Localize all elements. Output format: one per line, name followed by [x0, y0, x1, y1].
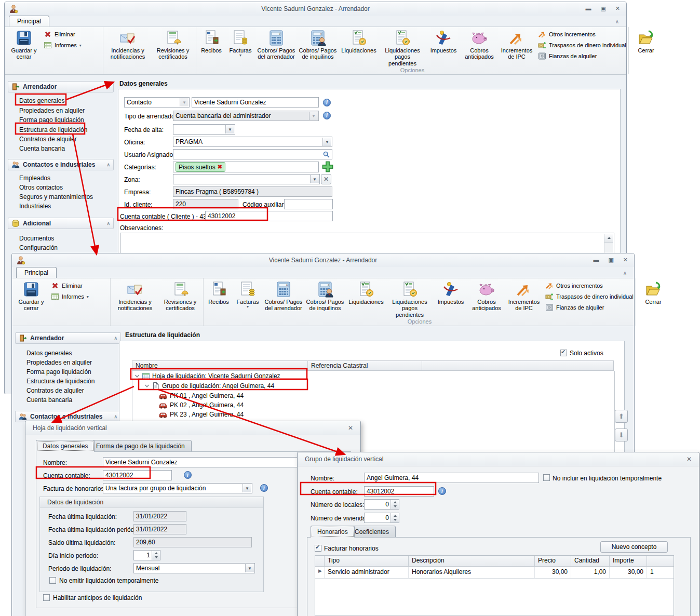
collapse-group-icon[interactable]: ∧: [106, 221, 110, 226]
tab-honorarios[interactable]: Honorarios: [311, 526, 355, 538]
restore-icon[interactable]: ▣: [608, 257, 613, 263]
invoices-button[interactable]: Facturas▾: [233, 279, 263, 318]
factura-honorarios-select[interactable]: Una factura por grupo de liquidación▼: [103, 483, 252, 493]
column-tipo[interactable]: Tipo: [325, 556, 409, 566]
sidebar-group-arrendador[interactable]: Arrendador∧: [8, 81, 114, 92]
column-cantidad[interactable]: Cantidad: [571, 556, 610, 566]
payments-landlord-button[interactable]: Cobros/ Pagos del arrendador: [263, 279, 304, 318]
sidebar-item-forma-pago[interactable]: Forma pago liquidación: [19, 116, 84, 124]
collapse-ribbon-icon[interactable]: ∧: [623, 270, 627, 276]
collapse-group-icon[interactable]: ∧: [114, 336, 117, 341]
payments-landlord-button[interactable]: Cobros/ Pagos del arrendador: [255, 28, 297, 67]
sidebar-group-arrendador[interactable]: Arrendador∧: [15, 332, 121, 344]
habilitar-anticipos-checkbox[interactable]: [43, 594, 50, 601]
dia-inicio-spinner[interactable]: 1: [133, 550, 160, 560]
info-icon[interactable]: i: [323, 99, 331, 106]
other-increments-button[interactable]: Otros incrementos: [538, 30, 625, 38]
close-icon[interactable]: ✕: [615, 6, 620, 11]
titlebar[interactable]: Vicente Sadurni Gonzalez - Arrendador ▬ …: [12, 253, 634, 267]
dropdown-arrow-icon[interactable]: ▼: [180, 98, 189, 106]
sidebar-item-estructura[interactable]: Estructura de liquidación: [26, 378, 95, 385]
delete-button[interactable]: Eliminar: [51, 282, 107, 290]
sidebar-group-contactos[interactable]: Contactos e industriales∧: [8, 159, 114, 170]
money-transfers-button[interactable]: Traspasos de dinero individual: [545, 292, 632, 301]
categorias-field[interactable]: Pisos sueltos✖: [173, 162, 319, 172]
contacto-selector[interactable]: Contacto▼: [124, 97, 190, 108]
codigo-auxiliar-input[interactable]: [284, 199, 333, 209]
save-close-button[interactable]: Guardar y cerrar: [6, 28, 42, 67]
money-transfers-button[interactable]: Traspasos de dinero individual: [538, 41, 625, 49]
solo-activos-checkbox[interactable]: [560, 350, 567, 356]
numero-viviendas-spinner[interactable]: 0: [364, 513, 399, 523]
delete-button[interactable]: Eliminar: [44, 30, 100, 38]
sidebar-item-empleados[interactable]: Empleados: [19, 175, 50, 182]
ipc-increments-button[interactable]: Incrementos de IPC: [497, 28, 536, 67]
settlements-button[interactable]: Liquidaciones: [346, 279, 386, 318]
dialog-titlebar[interactable]: Hoja de liquidación vertical ✕: [25, 421, 360, 435]
search-icon[interactable]: [322, 151, 330, 158]
sidebar-item-datos-generales[interactable]: Datos generales: [19, 97, 64, 104]
move-down-button[interactable]: ⬇: [615, 428, 628, 441]
close-icon[interactable]: ✕: [348, 424, 353, 432]
category-tag[interactable]: Pisos sueltos✖: [176, 162, 225, 172]
receipts-button[interactable]: Recibos: [197, 28, 225, 67]
spinner-arrows-icon[interactable]: [391, 500, 399, 509]
settlements-button[interactable]: Liquidaciones: [339, 28, 379, 67]
sidebar-item-estructura[interactable]: Estructura de liquidación: [19, 126, 87, 133]
dropdown-arrow-icon[interactable]: ▼: [310, 175, 319, 183]
dropdown-arrow-icon[interactable]: ▼: [243, 484, 251, 492]
sidebar-item-industriales[interactable]: Industriales: [19, 203, 51, 210]
collapse-group-icon[interactable]: ∧: [114, 414, 117, 419]
cuenta-contable-input[interactable]: 43012002: [205, 211, 333, 221]
expander-icon[interactable]: [144, 383, 150, 389]
contacto-input[interactable]: Vicente Sadurni Gonzalez: [192, 97, 319, 108]
move-up-button[interactable]: ⬆: [615, 410, 628, 423]
payments-tenants-button[interactable]: Cobros/ Pagos de inquilinos: [297, 28, 339, 67]
column-descripcion[interactable]: Descripción: [409, 556, 535, 566]
other-increments-button[interactable]: Otros incrementos: [545, 282, 632, 290]
tab-forma-pago[interactable]: Forma de pago de la liquidación: [89, 440, 192, 452]
close-record-button[interactable]: Cerrar: [630, 28, 662, 67]
sidebar-item-otros-contactos[interactable]: Otros contactos: [19, 184, 63, 191]
remove-tag-icon[interactable]: ✖: [218, 164, 222, 170]
collapse-ribbon-icon[interactable]: ∧: [615, 19, 619, 24]
tab-datos-generales[interactable]: Datos generales: [36, 440, 95, 452]
info-icon[interactable]: i: [438, 487, 446, 495]
sidebar-item-propiedades[interactable]: Propiedades en alquiler: [19, 107, 85, 114]
restore-icon[interactable]: ▣: [600, 6, 605, 11]
facturar-honorarios-checkbox[interactable]: [315, 545, 321, 552]
settlements-pending-button[interactable]: Liquidaciones pagos pendientes: [379, 28, 426, 67]
titlebar[interactable]: Vicente Sadurni Gonzalez - Arrendador ▬ …: [5, 2, 626, 16]
close-icon[interactable]: ✕: [623, 257, 628, 263]
reports-button[interactable]: Informes▾: [44, 41, 100, 49]
collapse-group-icon[interactable]: ∧: [106, 162, 110, 167]
no-incluir-check[interactable]: [543, 474, 550, 481]
payments-tenants-button[interactable]: Cobros/ Pagos de inquilinos: [304, 279, 346, 318]
no-emitir-checkbox[interactable]: [49, 577, 56, 584]
rental-deposits-button[interactable]: Fianzas de alquiler: [545, 303, 632, 312]
sidebar-item-forma-pago[interactable]: Forma pago liquidación: [26, 368, 91, 376]
taxes-button[interactable]: Impuestos: [426, 28, 461, 67]
sidebar-item-contratos[interactable]: Contratos de alquiler: [26, 387, 84, 394]
sidebar-item-seguros[interactable]: Seguros y mantenimientos: [19, 193, 93, 200]
table-row[interactable]: ▶ Servicio administrador Honorarios Alqu…: [315, 567, 674, 579]
incidents-button[interactable]: Incidencias y notificaciones: [104, 28, 151, 67]
sidebar-item-propiedades[interactable]: Propiedades en alquiler: [26, 359, 92, 366]
column-referencia-catastral[interactable]: Referencia Catastral: [308, 361, 422, 370]
oficina-select[interactable]: PRAGMA▼: [173, 137, 332, 147]
scroll-up-icon[interactable]: [608, 237, 611, 239]
reports-button[interactable]: Informes▾: [51, 292, 107, 301]
sidebar-group-adicional[interactable]: Adicional∧: [8, 218, 114, 229]
expander-icon[interactable]: [134, 373, 140, 379]
tab-principal[interactable]: Principal: [16, 267, 57, 278]
tipo-arrendador-select[interactable]: Cuenta bancaria del administrador▼: [173, 111, 319, 121]
add-category-button[interactable]: [321, 160, 334, 173]
column-precio[interactable]: Precio: [535, 556, 571, 566]
cuenta-contable-input[interactable]: 43012002: [364, 486, 434, 497]
clear-zona-button[interactable]: ✕: [321, 174, 331, 184]
nombre-input[interactable]: Angel Guimera, 44: [364, 473, 539, 483]
minimize-icon[interactable]: ▬: [585, 6, 591, 11]
sidebar-item-configuracion[interactable]: Configuración: [19, 244, 58, 251]
sidebar-item-contratos[interactable]: Contratos de alquiler: [19, 136, 77, 143]
numero-locales-spinner[interactable]: 0: [364, 499, 399, 510]
